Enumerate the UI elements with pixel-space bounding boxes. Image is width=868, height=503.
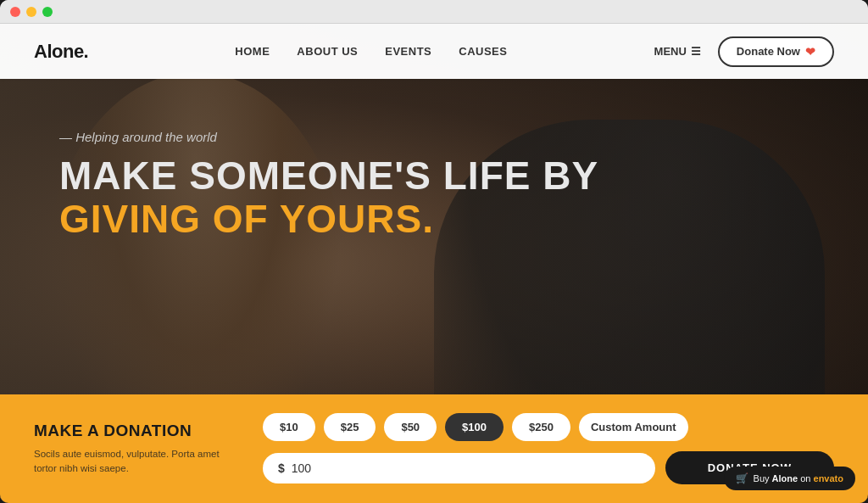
envato-label: Buy Alone on envato xyxy=(754,473,843,483)
nav-causes[interactable]: CAUSES xyxy=(459,45,507,58)
minimize-dot[interactable] xyxy=(26,7,36,17)
page-content: Alone. HOME ABOUT US EVENTS CAUSES MENU … xyxy=(0,24,868,503)
envato-badge[interactable]: 🛒 Buy Alone on envato xyxy=(724,467,855,490)
amount-50[interactable]: $50 xyxy=(384,413,437,441)
nav-links: HOME ABOUT US EVENTS CAUSES xyxy=(235,45,507,58)
donation-description: Socils aute euismod, vulputate. Porta am… xyxy=(34,447,237,477)
amount-250[interactable]: $250 xyxy=(512,413,570,441)
close-dot[interactable] xyxy=(10,7,20,17)
amount-buttons: $10 $25 $50 $100 $250 Custom Amount xyxy=(263,413,834,441)
amount-input[interactable] xyxy=(292,461,640,475)
menu-label: MENU xyxy=(654,45,687,58)
navbar: Alone. HOME ABOUT US EVENTS CAUSES MENU … xyxy=(0,24,868,79)
amount-10[interactable]: $10 xyxy=(263,413,315,441)
hero-title-line1: MAKE SOMEONE'S LIFE BY xyxy=(59,154,809,198)
maximize-dot[interactable] xyxy=(42,7,53,17)
hero-subtitle: Helping around the world xyxy=(59,130,809,144)
nav-events[interactable]: EVENTS xyxy=(385,45,431,58)
nav-about[interactable]: ABOUT US xyxy=(297,45,358,58)
donation-info: MAKE A DONATION Socils aute euismod, vul… xyxy=(34,422,237,477)
donate-now-button[interactable]: Donate Now ❤ xyxy=(718,36,834,67)
hero-content: Helping around the world MAKE SOMEONE'S … xyxy=(0,79,868,240)
amount-input-wrap: $ xyxy=(263,453,655,483)
nav-right: MENU ☰ Donate Now ❤ xyxy=(654,36,834,67)
donation-title: MAKE A DONATION xyxy=(34,422,237,440)
cart-icon: 🛒 xyxy=(736,472,748,484)
donate-button-label: Donate Now xyxy=(737,45,800,58)
window-frame: Alone. HOME ABOUT US EVENTS CAUSES MENU … xyxy=(0,0,868,503)
heart-icon: ❤ xyxy=(805,45,815,59)
dollar-sign: $ xyxy=(278,461,285,475)
hamburger-icon: ☰ xyxy=(691,45,701,58)
nav-home[interactable]: HOME xyxy=(235,45,270,58)
menu-button[interactable]: MENU ☰ xyxy=(654,45,701,58)
logo[interactable]: Alone. xyxy=(34,41,88,63)
amount-custom[interactable]: Custom Amount xyxy=(579,413,688,441)
title-bar xyxy=(0,0,868,24)
amount-25[interactable]: $25 xyxy=(324,413,376,441)
hero-title-line2: GIVING OF YOURS. xyxy=(59,198,809,241)
amount-100[interactable]: $100 xyxy=(445,413,504,441)
